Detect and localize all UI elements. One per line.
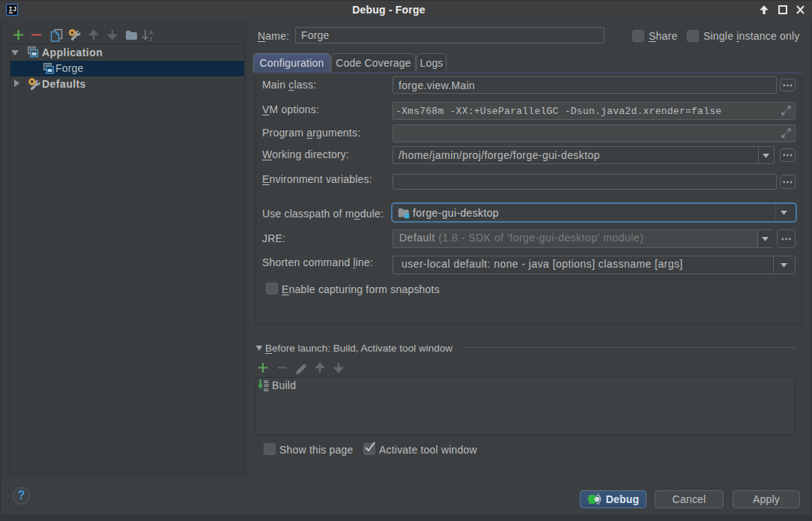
svg-text:z: z <box>149 35 153 43</box>
svg-text:01: 01 <box>264 388 269 393</box>
